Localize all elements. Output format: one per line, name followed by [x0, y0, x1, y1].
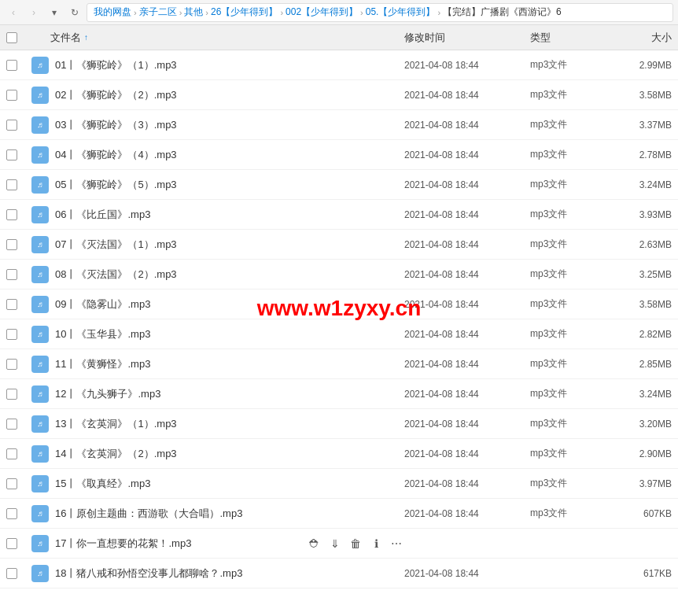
audio-file-icon: ♬ [31, 296, 49, 313]
back-button[interactable]: ‹ [5, 4, 22, 21]
file-modified: 2021-04-08 18:44 [404, 448, 530, 459]
forward-button[interactable]: › [25, 4, 42, 21]
row-checkbox[interactable] [6, 538, 17, 549]
table-row[interactable]: ♬04丨《狮驼岭》（4）.mp32021-04-08 18:44mp3文件2.7… [0, 140, 678, 170]
info-icon[interactable]: ℹ [368, 536, 384, 551]
header-size[interactable]: 大小 [609, 31, 672, 45]
table-row[interactable]: ♬15丨《取真经》.mp32021-04-08 18:44mp3文件3.97MB [0, 469, 678, 499]
audio-file-icon: ♬ [31, 266, 49, 283]
audio-file-icon: ♬ [31, 236, 49, 253]
file-type: mp3文件 [530, 238, 609, 251]
table-row[interactable]: ♬11丨《黄狮怪》.mp32021-04-08 18:44mp3文件2.85MB [0, 349, 678, 379]
file-size: 2.78MB [609, 149, 672, 160]
audio-file-icon: ♬ [31, 415, 49, 433]
file-size: 3.58MB [609, 90, 672, 101]
table-row[interactable]: ♬08丨《灭法国》（2）.mp32021-04-08 18:44mp3文件3.2… [0, 260, 678, 290]
file-name: 16丨原创主题曲：西游歌（大合唱）.mp3 [50, 507, 404, 521]
file-modified: 2021-04-08 18:44 [404, 60, 530, 71]
row-checkbox[interactable] [6, 478, 17, 489]
table-row[interactable]: ♬01丨《狮驼岭》（1）.mp32021-04-08 18:44mp3文件2.9… [0, 50, 678, 80]
table-row[interactable]: ♬17丨你一直想要的花絮！.mp3⛑⇓🗑ℹ⋯ [0, 529, 678, 559]
file-type: mp3文件 [530, 417, 609, 430]
file-type: mp3文件 [530, 178, 609, 191]
audio-file-icon: ♬ [31, 475, 49, 492]
file-type: mp3文件 [530, 447, 609, 460]
row-checkbox[interactable] [6, 120, 17, 131]
file-name: 03丨《狮驼岭》（3）.mp3 [50, 118, 404, 132]
file-size: 617KB [609, 568, 672, 579]
file-modified: 2021-04-08 18:44 [404, 299, 530, 310]
file-list-container: 文件名 ↑ 修改时间 类型 大小 ♬01丨《狮驼岭》（1）.mp32021-04… [0, 25, 678, 588]
file-name: 17丨你一直想要的花絮！.mp3 [50, 537, 299, 551]
file-name: 13丨《玄英洞》（1）.mp3 [50, 417, 404, 431]
table-row[interactable]: ♬09丨《隐雾山》.mp32021-04-08 18:44mp3文件3.58MB [0, 290, 678, 319]
row-checkbox[interactable] [6, 209, 17, 220]
dropdown-button[interactable]: ▾ [46, 4, 63, 21]
file-modified: 2021-04-08 18:44 [404, 478, 530, 489]
row-checkbox[interactable] [6, 389, 17, 400]
file-name: 14丨《玄英洞》（2）.mp3 [50, 447, 404, 461]
file-name: 06丨《比丘国》.mp3 [50, 208, 404, 222]
file-type: mp3文件 [530, 507, 609, 520]
row-checkbox[interactable] [6, 568, 17, 579]
share-icon[interactable]: ⛑ [307, 536, 322, 551]
row-checkbox[interactable] [6, 239, 17, 250]
row-checkbox[interactable] [6, 448, 17, 459]
row-checkbox[interactable] [6, 299, 17, 310]
breadcrumb-item-3[interactable]: 26【少年得到】 [211, 6, 278, 19]
row-checkbox[interactable] [6, 60, 17, 71]
file-modified: 2021-04-08 18:44 [404, 90, 530, 101]
file-modified: 2021-04-08 18:44 [404, 209, 530, 220]
row-checkbox[interactable] [6, 269, 17, 280]
row-checkbox[interactable] [6, 419, 17, 430]
nav-bar: ‹ › ▾ ↻ 我的网盘 › 亲子二区 › 其他 › 26【少年得到】 › 00… [0, 0, 678, 25]
header-type[interactable]: 类型 [530, 31, 609, 45]
table-row[interactable]: ♬03丨《狮驼岭》（3）.mp32021-04-08 18:44mp3文件3.3… [0, 110, 678, 140]
breadcrumb-item-0[interactable]: 我的网盘 [94, 6, 131, 19]
delete-icon[interactable]: 🗑 [348, 536, 363, 551]
select-all-checkbox[interactable] [6, 32, 17, 43]
row-checkbox[interactable] [6, 149, 17, 160]
table-row[interactable]: ♬02丨《狮驼岭》（2）.mp32021-04-08 18:44mp3文件3.5… [0, 80, 678, 110]
breadcrumb: 我的网盘 › 亲子二区 › 其他 › 26【少年得到】 › 002【少年得到】 … [87, 3, 673, 22]
file-size: 2.85MB [609, 359, 672, 370]
audio-file-icon: ♬ [31, 535, 49, 552]
file-type: mp3文件 [530, 88, 609, 101]
table-row[interactable]: ♬07丨《灭法国》（1）.mp32021-04-08 18:44mp3文件2.6… [0, 230, 678, 260]
header-checkbox-area [6, 32, 28, 43]
table-row[interactable]: ♬16丨原创主题曲：西游歌（大合唱）.mp32021-04-08 18:44mp… [0, 499, 678, 529]
header-name[interactable]: 文件名 ↑ [50, 31, 404, 45]
file-size: 2.63MB [609, 239, 672, 250]
audio-file-icon: ♬ [31, 505, 49, 522]
file-modified: 2021-04-08 18:44 [404, 508, 530, 519]
file-type: mp3文件 [530, 357, 609, 371]
refresh-button[interactable]: ↻ [66, 4, 83, 21]
header-modified[interactable]: 修改时间 [404, 31, 530, 45]
table-row[interactable]: ♬14丨《玄英洞》（2）.mp32021-04-08 18:44mp3文件2.9… [0, 439, 678, 469]
breadcrumb-item-1[interactable]: 亲子二区 [139, 6, 177, 19]
file-size: 2.90MB [609, 448, 672, 459]
breadcrumb-item-2[interactable]: 其他 [184, 6, 203, 19]
table-row[interactable]: ♬18丨猪八戒和孙悟空没事儿都聊啥？.mp32021-04-08 18:4461… [0, 559, 678, 588]
audio-file-icon: ♬ [31, 116, 49, 134]
file-type: mp3文件 [530, 58, 609, 72]
table-row[interactable]: ♬10丨《玉华县》.mp32021-04-08 18:44mp3文件2.82MB [0, 319, 678, 349]
file-modified: 2021-04-08 18:44 [404, 359, 530, 370]
table-row[interactable]: ♬05丨《狮驼岭》（5）.mp32021-04-08 18:44mp3文件3.2… [0, 170, 678, 200]
row-checkbox[interactable] [6, 508, 17, 519]
row-checkbox[interactable] [6, 179, 17, 190]
more-icon[interactable]: ⋯ [389, 536, 404, 551]
table-row[interactable]: ♬06丨《比丘国》.mp32021-04-08 18:44mp3文件3.93MB [0, 200, 678, 230]
table-row[interactable]: ♬12丨《九头狮子》.mp32021-04-08 18:44mp3文件3.24M… [0, 379, 678, 409]
download-icon[interactable]: ⇓ [327, 536, 343, 551]
file-name: 12丨《九头狮子》.mp3 [50, 387, 404, 401]
audio-file-icon: ♬ [31, 87, 49, 104]
breadcrumb-current: 【完结】广播剧《西游记》6 [443, 6, 562, 19]
breadcrumb-item-5[interactable]: 05.【少年得到】 [366, 6, 436, 19]
row-checkbox[interactable] [6, 90, 17, 101]
row-checkbox[interactable] [6, 359, 17, 370]
breadcrumb-item-4[interactable]: 002【少年得到】 [286, 6, 358, 19]
file-name: 11丨《黄狮怪》.mp3 [50, 357, 404, 371]
table-row[interactable]: ♬13丨《玄英洞》（1）.mp32021-04-08 18:44mp3文件3.2… [0, 409, 678, 439]
row-checkbox[interactable] [6, 329, 17, 340]
